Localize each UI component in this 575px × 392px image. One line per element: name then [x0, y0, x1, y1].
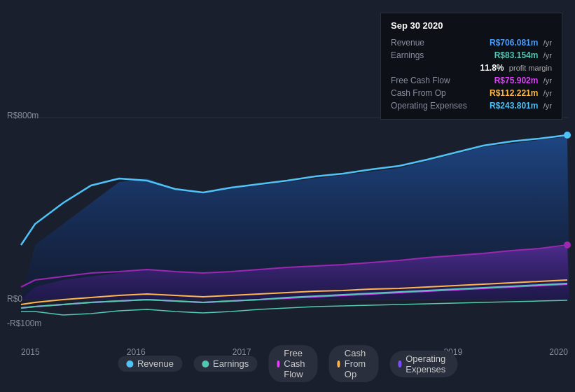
- legend-opex-label: Operating Expenses: [406, 354, 449, 374]
- tooltip-date: Sep 30 2020: [391, 20, 552, 31]
- tooltip-revenue-unit: /yr: [543, 38, 552, 47]
- tooltip-cfo-unit: /yr: [543, 89, 552, 97]
- legend-cfo-label: Cash From Op: [345, 348, 370, 379]
- chart-container: R$800m R$0 -R$100m Sep 30 2020 Revenue R…: [0, 0, 575, 392]
- legend-fcf[interactable]: Free Cash Flow: [268, 345, 317, 382]
- legend-fcf-dot: [277, 360, 279, 368]
- legend-revenue-dot: [126, 360, 133, 368]
- tooltip-revenue-value: R$706.081m: [490, 38, 538, 48]
- tooltip-opex-unit: /yr: [543, 102, 552, 110]
- legend-earnings[interactable]: Earnings: [193, 356, 257, 372]
- tooltip-profit-value: 11.8%: [480, 63, 504, 73]
- tooltip-cfo-row: Cash From Op R$112.221m /yr: [391, 87, 552, 99]
- legend-revenue-label: Revenue: [137, 358, 174, 369]
- chart-legend: Revenue Earnings Free Cash Flow Cash Fro…: [118, 345, 457, 382]
- legend-cfo-dot: [338, 360, 340, 368]
- legend-cfo[interactable]: Cash From Op: [329, 345, 378, 382]
- legend-revenue[interactable]: Revenue: [118, 356, 182, 372]
- legend-fcf-label: Free Cash Flow: [284, 348, 309, 379]
- tooltip-fcf-unit: /yr: [543, 76, 552, 85]
- tooltip-opex-label: Operating Expenses: [391, 101, 475, 111]
- svg-point-3: [564, 132, 571, 139]
- tooltip-earnings-unit: /yr: [543, 51, 552, 59]
- legend-earnings-dot: [202, 360, 209, 368]
- y-label-0: R$0: [7, 294, 22, 304]
- legend-opex-dot: [398, 360, 401, 368]
- tooltip-revenue-row: Revenue R$706.081m /yr: [391, 36, 552, 49]
- tooltip-earnings-row: Earnings R$83.154m /yr: [391, 49, 552, 62]
- legend-opex[interactable]: Operating Expenses: [389, 351, 457, 377]
- tooltip-cfo-value: R$112.221m: [490, 88, 538, 98]
- tooltip-fcf-label: Free Cash Flow: [391, 76, 475, 85]
- tooltip-profit-label: profit margin: [509, 64, 552, 72]
- tooltip-fcf-value: R$75.902m: [494, 76, 539, 85]
- tooltip-earnings-label: Earnings: [391, 50, 475, 60]
- svg-point-4: [564, 241, 571, 248]
- x-label-2015: 2015: [21, 347, 40, 357]
- y-label-neg100: -R$100m: [7, 318, 41, 328]
- y-label-800: R$800m: [7, 111, 39, 120]
- x-label-2020: 2020: [549, 347, 568, 357]
- info-tooltip: Sep 30 2020 Revenue R$706.081m /yr Earni…: [380, 13, 562, 120]
- tooltip-profit-row: 11.8% profit margin: [391, 62, 552, 74]
- tooltip-fcf-row: Free Cash Flow R$75.902m /yr: [391, 74, 552, 87]
- tooltip-opex-value: R$243.801m: [490, 101, 538, 111]
- tooltip-earnings-value: R$83.154m: [494, 50, 539, 60]
- legend-earnings-label: Earnings: [213, 358, 249, 369]
- tooltip-opex-row: Operating Expenses R$243.801m /yr: [391, 99, 552, 112]
- tooltip-cfo-label: Cash From Op: [391, 88, 475, 98]
- tooltip-revenue-label: Revenue: [391, 38, 475, 48]
